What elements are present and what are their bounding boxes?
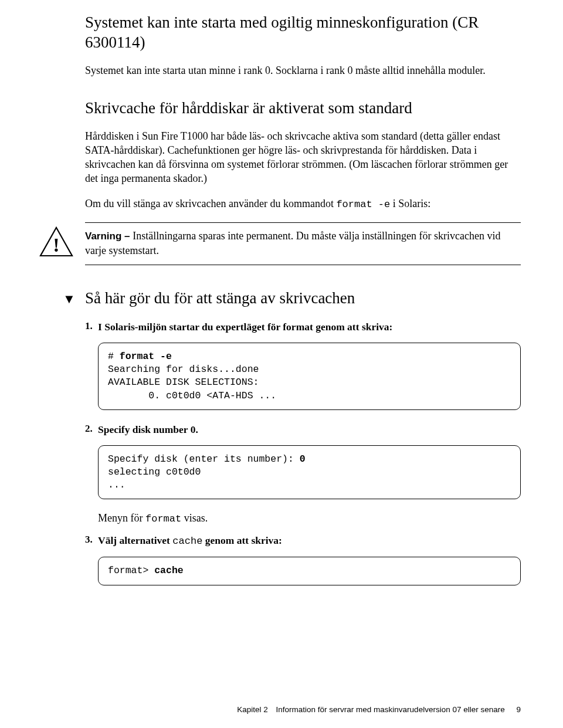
step-1: 1. I Solaris-miljön startar du expertläg… bbox=[85, 320, 521, 410]
screen2-out: selecting c0t0d0 ... bbox=[108, 466, 201, 490]
svg-text:!: ! bbox=[53, 234, 59, 256]
warning-icon: ! bbox=[39, 226, 73, 257]
step-3-num: 3. bbox=[85, 534, 93, 546]
section2-para2: Om du vill stänga av skrivcachen använde… bbox=[85, 197, 521, 212]
caution-body: Inställningarna sparas inte permanent. D… bbox=[85, 230, 501, 256]
step-2-screen: Specify disk (enter its number): 0 selec… bbox=[98, 445, 521, 500]
step2-note-post: visas. bbox=[181, 512, 208, 524]
footer-page-number: 9 bbox=[516, 705, 521, 714]
step-1-screen: # format -e Searching for disks...done A… bbox=[98, 343, 521, 410]
section2-para1: Hårddisken i Sun Fire T1000 har både läs… bbox=[85, 129, 521, 186]
para2-code: format -e bbox=[336, 199, 390, 210]
step-1-text: I Solaris-miljön startar du expertläget … bbox=[98, 321, 392, 333]
para2-pre: Om du vill stänga av skrivcachen använde… bbox=[85, 198, 336, 209]
screen3-cmd: cache bbox=[154, 565, 184, 576]
caution-lead: Varning – bbox=[85, 231, 133, 242]
step-2-num: 2. bbox=[85, 423, 93, 435]
step3-pre: Välj alternativet bbox=[98, 534, 172, 546]
section-heading-2: Skrivcache för hårddiskar är aktiverat s… bbox=[85, 99, 521, 118]
step3-post: genom att skriva: bbox=[202, 534, 282, 546]
step2-note-pre: Menyn för bbox=[98, 512, 145, 524]
screen1-prompt: # bbox=[108, 351, 120, 362]
step-2-text: Specify disk number 0. bbox=[98, 424, 198, 435]
step-1-num: 1. bbox=[85, 320, 93, 332]
step3-code: cache bbox=[172, 536, 202, 547]
para2-post: i Solaris: bbox=[390, 198, 430, 209]
task-marker-icon: ▼ bbox=[63, 293, 85, 306]
section-heading-1: Systemet kan inte starta med ogiltig min… bbox=[85, 13, 521, 53]
page-footer: Kapitel 2 Information för servrar med ma… bbox=[237, 705, 521, 714]
caution-block: ! Varning – Inställningarna sparas inte … bbox=[85, 222, 521, 265]
step-3-screen: format> cache bbox=[98, 557, 521, 585]
screen3-prompt: format> bbox=[108, 565, 154, 576]
step-3: 3. Välj alternativet cache genom att skr… bbox=[85, 534, 521, 585]
steps-list: 1. I Solaris-miljön startar du expertläg… bbox=[85, 320, 521, 585]
step-2: 2. Specify disk number 0. Specify disk (… bbox=[85, 423, 521, 524]
screen1-cmd: format -e bbox=[120, 351, 172, 362]
caution-text: Varning – Inställningarna sparas inte pe… bbox=[85, 229, 521, 258]
step-3-text: Välj alternativet cache genom att skriva… bbox=[98, 534, 282, 546]
step-2-note: Menyn för format visas. bbox=[98, 512, 521, 524]
step2-note-code: format bbox=[145, 513, 181, 524]
footer-chapter-label: Kapitel 2 bbox=[237, 705, 268, 714]
screen2-cmd: 0 bbox=[300, 453, 306, 465]
section1-para: Systemet kan inte starta utan minne i ra… bbox=[85, 63, 521, 77]
screen1-out: Searching for disks...done AVAILABLE DIS… bbox=[108, 364, 276, 401]
footer-chapter-title: Information för servrar med maskinvarude… bbox=[276, 705, 505, 714]
task-heading: Så här gör du för att stänga av skrivcac… bbox=[85, 289, 355, 307]
screen2-prompt: Specify disk (enter its number): bbox=[108, 453, 300, 465]
